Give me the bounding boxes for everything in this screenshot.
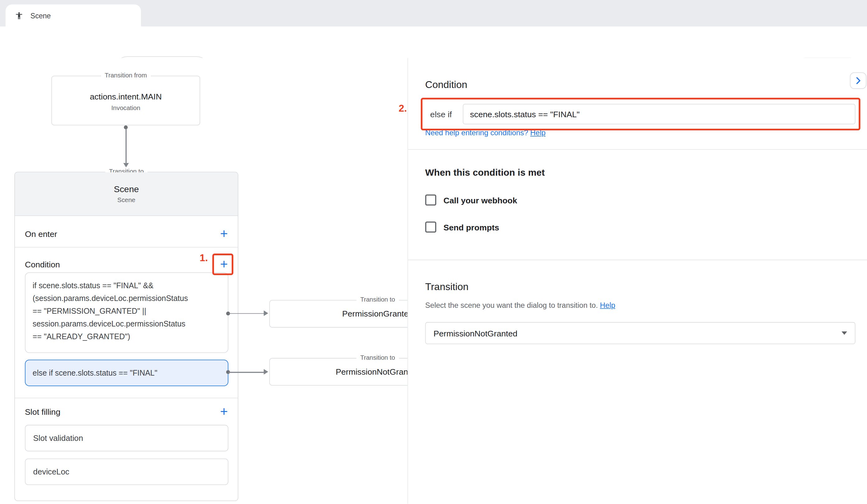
chevron-down-icon <box>842 331 847 335</box>
divider <box>408 149 867 150</box>
send-prompts-option: Send prompts <box>425 221 499 232</box>
slot-filling-section: Slot filling + <box>15 399 238 424</box>
on-enter-section: On enter + <box>15 220 238 247</box>
scene-editor: Scene Scene English Cancel Save Tr <box>0 0 867 504</box>
transition-description: Select the scene you want the dialog to … <box>425 301 615 310</box>
divider <box>15 247 238 248</box>
browser-tab-strip: Scene <box>0 0 867 26</box>
transition-heading: Transition <box>425 280 468 294</box>
scene-card-subtitle: Scene <box>117 196 135 205</box>
connector-arrow-icon <box>123 163 129 167</box>
divider <box>408 260 867 260</box>
condition-item-1[interactable]: if scene.slots.status == "FINAL" && (ses… <box>25 272 228 353</box>
call-webhook-checkbox[interactable] <box>425 194 436 206</box>
transition-scene-select[interactable]: PermissionNotGranted <box>425 322 855 344</box>
tab-title: Scene <box>31 11 51 20</box>
connector-line <box>126 129 126 163</box>
divider <box>15 398 238 398</box>
when-condition-heading: When this condition is met <box>425 167 545 178</box>
connector-line <box>228 313 265 314</box>
transition-from-legend: Transition from <box>101 72 151 78</box>
condition-detail-panel: Condition else if Need help entering con… <box>407 58 867 504</box>
add-on-enter-button[interactable]: + <box>220 227 228 240</box>
transition-from-node[interactable]: Transition from actions.intent.MAIN Invo… <box>51 76 200 125</box>
scene-card-header[interactable]: Scene Scene <box>15 172 238 216</box>
condition-heading: Condition <box>425 77 467 92</box>
condition-expression-input[interactable] <box>463 104 856 124</box>
annotation-step2-number: 2. <box>399 102 407 114</box>
slot-filling-label: Slot filling <box>25 407 60 416</box>
add-condition-button[interactable]: + <box>220 258 228 271</box>
transition-description-text: Select the scene you want the dialog to … <box>425 301 598 309</box>
scene-node-card: Transition to Scene Scene On enter + Con… <box>14 172 238 501</box>
condition-help-link[interactable]: Help <box>530 129 546 137</box>
send-prompts-label: Send prompts <box>443 222 499 232</box>
send-prompts-checkbox[interactable] <box>425 221 436 232</box>
call-webhook-label: Call your webhook <box>443 195 517 205</box>
chevron-right-icon <box>853 76 863 86</box>
slot-item-validation[interactable]: Slot validation <box>25 425 228 451</box>
condition-help-text: Need help entering conditions? Help <box>425 129 546 137</box>
intent-type: Invocation <box>111 103 140 112</box>
slot-item-deviceloc[interactable]: deviceLoc <box>25 459 228 485</box>
add-slot-button[interactable]: + <box>220 405 228 418</box>
on-enter-label: On enter <box>25 229 57 238</box>
connector-arrow-icon <box>264 369 268 375</box>
transition-scene-value: PermissionNotGranted <box>434 328 842 338</box>
else-if-label: else if <box>430 104 452 124</box>
condition-item-2-selected[interactable]: else if scene.slots.status == "FINAL" <box>25 360 228 386</box>
assistant-icon <box>15 11 23 20</box>
connector-line <box>228 372 265 373</box>
scene-card-title: Scene <box>114 184 139 196</box>
tab-scene[interactable]: Scene <box>6 4 141 26</box>
collapse-panel-button[interactable] <box>850 73 866 89</box>
call-webhook-option: Call your webhook <box>425 194 517 206</box>
condition-section-label: Condition <box>25 259 60 269</box>
annotation-step1-number: 1. <box>190 252 208 264</box>
help-prompt-text: Need help entering conditions? <box>425 129 528 137</box>
intent-name: actions.intent.MAIN <box>90 90 162 102</box>
transition-to-legend: Transition to <box>356 354 399 361</box>
transition-help-link[interactable]: Help <box>600 301 615 309</box>
connector-arrow-icon <box>264 310 268 316</box>
header-bar: Scene English Cancel Save <box>0 26 867 58</box>
transition-to-legend: Transition to <box>356 296 399 303</box>
